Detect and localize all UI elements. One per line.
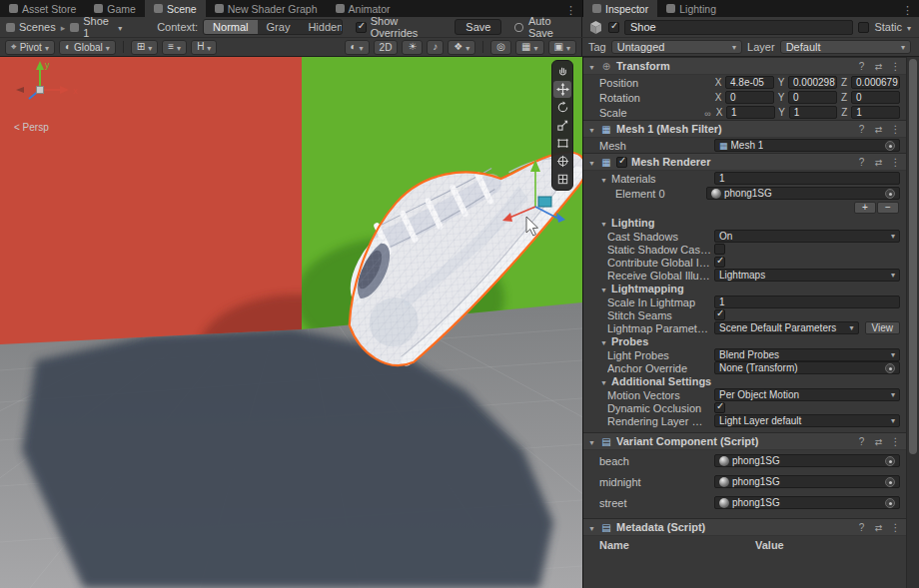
- light-probes-dropdown[interactable]: Blend Probes: [714, 348, 900, 361]
- breadcrumb-shoe1[interactable]: Shoe 1: [70, 15, 122, 39]
- presets-icon[interactable]: [872, 436, 885, 447]
- contribute-gi-checkbox[interactable]: [714, 257, 725, 268]
- variant-component-header[interactable]: Variant Component (Script): [583, 432, 906, 450]
- tab-lighting[interactable]: Lighting: [657, 0, 725, 17]
- cast-shadows-dropdown[interactable]: On: [714, 230, 900, 243]
- more-menu-icon[interactable]: [889, 124, 902, 135]
- shading-mode-button[interactable]: ◐: [345, 40, 370, 55]
- rotation-z-field[interactable]: 0: [851, 91, 900, 104]
- layer-dropdown[interactable]: Default: [780, 40, 911, 54]
- lighting-subheader[interactable]: Lighting: [583, 216, 906, 230]
- object-enabled-checkbox[interactable]: [608, 22, 619, 33]
- object-picker-icon[interactable]: [885, 189, 895, 199]
- orientation-mode-button[interactable]: ◐Global: [59, 40, 116, 55]
- static-checkbox[interactable]: [858, 22, 869, 33]
- midnight-material-field[interactable]: phong1SG: [714, 475, 900, 488]
- effects-button[interactable]: ❖: [448, 40, 475, 55]
- pivot-mode-button[interactable]: ⌖Pivot: [5, 40, 55, 55]
- object-picker-icon[interactable]: [885, 498, 895, 508]
- scrollbar-thumb[interactable]: [909, 59, 917, 454]
- static-shadow-caster-checkbox[interactable]: [714, 244, 725, 255]
- lightmap-parameters-dropdown[interactable]: Scene Default Parameters: [714, 321, 859, 334]
- auto-save-toggle[interactable]: [514, 23, 523, 32]
- scene-visibility-button[interactable]: ◎: [490, 40, 511, 55]
- anchor-override-field[interactable]: None (Transform): [714, 361, 900, 374]
- view-hand-tool[interactable]: [553, 63, 571, 80]
- foldout-icon[interactable]: [599, 217, 608, 229]
- presets-icon[interactable]: [872, 157, 885, 168]
- receive-gi-dropdown[interactable]: Lightmaps: [714, 269, 900, 282]
- foldout-icon[interactable]: [587, 60, 596, 72]
- component-enabled-checkbox[interactable]: [616, 157, 627, 168]
- more-menu-icon[interactable]: [889, 61, 902, 72]
- rotate-tool[interactable]: [553, 99, 571, 116]
- foldout-icon[interactable]: [599, 173, 608, 185]
- position-y-field[interactable]: 0.000298: [788, 76, 837, 89]
- scene-viewport[interactable]: x y < Persp: [0, 57, 582, 588]
- foldout-icon[interactable]: [599, 335, 608, 347]
- handle-size-button[interactable]: H: [191, 40, 217, 55]
- gizmo-plane-handle[interactable]: [538, 197, 551, 207]
- snap-increment-button[interactable]: ≡: [162, 40, 187, 55]
- position-z-field[interactable]: 0.000679: [851, 76, 900, 89]
- material-object-field[interactable]: phong1SG: [706, 187, 900, 200]
- rotation-y-field[interactable]: 0: [788, 91, 837, 104]
- help-icon[interactable]: [855, 157, 868, 168]
- tab-shader-graph[interactable]: New Shader Graph: [206, 0, 327, 17]
- stitch-seams-checkbox[interactable]: [714, 309, 725, 320]
- rect-tool[interactable]: [553, 135, 571, 152]
- breadcrumb-scenes[interactable]: Scenes: [6, 21, 56, 33]
- additional-settings-subheader[interactable]: Additional Settings: [583, 374, 906, 388]
- motion-vectors-dropdown[interactable]: Per Object Motion: [714, 388, 900, 401]
- static-dropdown-icon[interactable]: [907, 21, 911, 33]
- more-menu-icon[interactable]: [889, 157, 902, 168]
- add-material-button[interactable]: +: [854, 202, 876, 214]
- probes-subheader[interactable]: Probes: [583, 334, 906, 348]
- mesh-renderer-header[interactable]: Mesh Renderer: [583, 153, 906, 171]
- help-icon[interactable]: [855, 522, 868, 533]
- presets-icon[interactable]: [872, 522, 885, 533]
- position-x-field[interactable]: 4.8e-05: [725, 76, 774, 89]
- grid-visibility-button[interactable]: ▦: [515, 40, 543, 55]
- context-option-normal[interactable]: Normal: [204, 20, 257, 34]
- save-button[interactable]: Save: [455, 19, 501, 35]
- transform-tool[interactable]: [553, 153, 571, 170]
- beach-material-field[interactable]: phong1SG: [714, 454, 900, 467]
- mesh-object-field[interactable]: Mesh 1: [714, 139, 900, 152]
- object-picker-icon[interactable]: [885, 477, 895, 487]
- scene-lighting-button[interactable]: ☀: [402, 40, 423, 55]
- object-name-field[interactable]: Shoe: [624, 20, 853, 35]
- object-picker-icon[interactable]: [885, 456, 895, 466]
- street-material-field[interactable]: phong1SG: [714, 496, 900, 509]
- show-overrides-checkbox[interactable]: [356, 22, 367, 33]
- presets-icon[interactable]: [872, 124, 885, 135]
- 2d-toggle-button[interactable]: 2D: [374, 40, 399, 55]
- context-option-gray[interactable]: Gray: [258, 20, 300, 34]
- scale-x-field[interactable]: 1: [726, 106, 775, 119]
- camera-settings-button[interactable]: ▣: [548, 40, 576, 55]
- tab-scene[interactable]: Scene: [145, 0, 206, 17]
- foldout-icon[interactable]: [599, 283, 608, 294]
- view-button[interactable]: View: [865, 321, 901, 334]
- projection-label[interactable]: < Persp: [14, 122, 49, 133]
- materials-count-field[interactable]: 1: [714, 172, 900, 185]
- scale-y-field[interactable]: 1: [789, 106, 838, 119]
- custom-tool[interactable]: [553, 171, 571, 188]
- grid-snapping-button[interactable]: ⊞: [131, 40, 158, 55]
- foldout-icon[interactable]: [587, 521, 596, 533]
- presets-icon[interactable]: [872, 61, 885, 72]
- rotation-x-field[interactable]: 0: [725, 91, 774, 104]
- remove-material-button[interactable]: −: [877, 202, 899, 214]
- lightmapping-subheader[interactable]: Lightmapping: [583, 282, 906, 295]
- help-icon[interactable]: [855, 436, 868, 447]
- foldout-icon[interactable]: [587, 435, 596, 447]
- scene-audio-button[interactable]: ♪: [427, 40, 444, 55]
- tab-inspector[interactable]: Inspector: [583, 0, 657, 17]
- foldout-icon[interactable]: [599, 375, 608, 387]
- dynamic-occlusion-checkbox[interactable]: [714, 402, 725, 413]
- foldout-icon[interactable]: [587, 156, 596, 168]
- help-icon[interactable]: [855, 124, 868, 135]
- scale-tool[interactable]: [553, 117, 571, 134]
- context-option-hidden[interactable]: Hidden: [299, 20, 342, 34]
- help-icon[interactable]: [855, 61, 868, 72]
